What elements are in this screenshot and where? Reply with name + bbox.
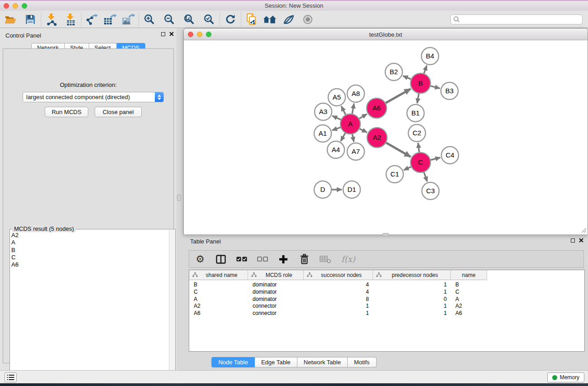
export-table-icon[interactable] (103, 13, 117, 26)
zoom-in-icon[interactable] (143, 13, 156, 26)
save-session-icon[interactable] (24, 13, 37, 26)
table-row[interactable]: A6connector11A6 (189, 310, 584, 317)
edge-C-C4[interactable] (430, 157, 440, 160)
import-network-icon[interactable] (45, 13, 58, 26)
cell-successor-nodes: 8 (304, 296, 373, 303)
resize-grip-icon[interactable] (580, 227, 587, 233)
graph-node-C[interactable]: C (411, 152, 430, 172)
column-header-name[interactable]: name (451, 270, 487, 280)
edge-A-A6[interactable] (359, 114, 367, 119)
delete-column-trash-icon[interactable] (299, 253, 310, 266)
table-row[interactable]: Bdominator41B (189, 281, 584, 289)
close-panel-button[interactable]: Close panel (95, 107, 142, 117)
graph-node-D[interactable]: D (314, 181, 331, 198)
edge-C-C1[interactable] (404, 167, 411, 170)
graph-node-A[interactable]: A (340, 114, 360, 134)
graph-node-C3[interactable]: C3 (422, 182, 439, 200)
open-file-icon[interactable] (4, 13, 17, 26)
export-network-icon[interactable] (85, 13, 99, 26)
select-all-icon[interactable] (236, 253, 247, 266)
network-window-titlebar[interactable]: testGlobe.txt (184, 29, 588, 40)
edge-A-A8[interactable] (352, 104, 354, 114)
edge-A-A7[interactable] (352, 134, 354, 142)
cell-successor-nodes: 1 (304, 310, 373, 317)
graph-node-A5[interactable]: A5 (328, 89, 345, 106)
refresh-icon[interactable] (224, 13, 237, 26)
tab-node-table[interactable]: Node Table (211, 357, 255, 367)
tab-network-table[interactable]: Network Table (297, 357, 348, 367)
edge-A-A3[interactable] (332, 116, 341, 120)
graph-node-C2[interactable]: C2 (408, 124, 425, 142)
graph-node-B[interactable]: B (411, 73, 430, 93)
table-row[interactable]: Adominator80A (189, 296, 584, 303)
edge-B-B2[interactable] (403, 76, 411, 79)
network-canvas[interactable]: A5A8A3A6AA1A4A7A2B2B4BB3B1C2CC4C1C3DD1 (184, 41, 588, 234)
close-panel-icon[interactable] (169, 32, 174, 36)
svg-text:A: A (348, 120, 353, 128)
float-panel-icon[interactable] (161, 32, 165, 36)
graph-node-B2[interactable]: B2 (385, 63, 402, 81)
edge-A2-C[interactable] (386, 143, 411, 157)
cell-shared-name: C (189, 289, 248, 296)
graph-node-A2[interactable]: A2 (367, 128, 387, 148)
vertical-splitter-grip[interactable] (177, 195, 181, 201)
svg-text:A4: A4 (332, 146, 340, 153)
edge-B-B1[interactable] (417, 94, 419, 104)
float-table-panel-icon[interactable] (571, 238, 575, 243)
edge-C-C2[interactable] (418, 143, 420, 152)
import-table-icon[interactable] (64, 13, 77, 26)
edge-A-A5[interactable] (341, 106, 346, 115)
cell-shared-name: A2 (189, 303, 248, 310)
optimization-dropdown[interactable]: largest connected component (directed) (23, 92, 164, 102)
cell-name: A (451, 296, 487, 303)
graph-node-A1[interactable]: A1 (314, 125, 331, 142)
graph-node-B3[interactable]: B3 (441, 82, 458, 100)
clone-network-icon[interactable] (245, 13, 258, 26)
add-column-icon[interactable] (278, 253, 289, 266)
edge-A-A4[interactable] (341, 133, 345, 141)
cell-MCDS-role: connector (248, 303, 304, 310)
column-header-shared-name[interactable]: shared name (189, 270, 248, 280)
graph-node-B1[interactable]: B1 (407, 105, 424, 122)
column-header-predecessor-nodes[interactable]: predecessor nodes (373, 270, 451, 280)
memory-button[interactable]: Memory (547, 372, 584, 382)
task-history-button[interactable] (5, 372, 17, 382)
edge-A-A2[interactable] (360, 129, 367, 132)
table-settings-gear-icon[interactable]: ⚙ (195, 253, 206, 266)
tab-motifs[interactable]: Motifs (348, 357, 377, 367)
graph-node-A4[interactable]: A4 (327, 141, 344, 158)
column-selector-icon[interactable] (215, 253, 226, 266)
graph-node-A7[interactable]: A7 (347, 143, 364, 160)
graph-node-A8[interactable]: A8 (347, 85, 364, 102)
graph-node-D1[interactable]: D1 (343, 181, 360, 198)
zoom-selected-icon[interactable] (202, 13, 216, 26)
graph-node-A3[interactable]: A3 (315, 103, 332, 120)
delete-table-icon[interactable] (320, 253, 331, 266)
graph-node-C4[interactable]: C4 (441, 147, 459, 164)
table-row[interactable]: A2connector11A2 (189, 303, 584, 310)
zoom-out-icon[interactable] (163, 13, 176, 26)
search-input[interactable] (460, 15, 582, 24)
deselect-all-icon[interactable] (257, 253, 268, 266)
home-layout-icon[interactable] (263, 13, 277, 26)
column-header-MCDS-role[interactable]: MCDS role (248, 270, 304, 280)
zoom-fit-icon[interactable] (182, 13, 196, 26)
export-image-icon[interactable] (121, 13, 135, 26)
edge-C-C3[interactable] (424, 172, 427, 182)
close-table-panel-icon[interactable] (579, 238, 583, 243)
graph-node-C1[interactable]: C1 (386, 166, 403, 183)
graph-node-A6[interactable]: A6 (367, 98, 387, 118)
edge-A-A1[interactable] (332, 127, 340, 130)
graph-node-B4[interactable]: B4 (421, 48, 439, 65)
edge-A6-B[interactable] (386, 89, 411, 103)
edge-B-B3[interactable] (430, 86, 440, 88)
table-tabs: Node TableEdge TableNetwork TableMotifs (0, 357, 588, 367)
svg-text:B1: B1 (411, 109, 420, 117)
show-hide-graphics-icon[interactable] (301, 13, 315, 26)
run-mcds-button[interactable]: Run MCDS (45, 107, 88, 117)
table-row[interactable]: Cdominator41C (189, 289, 584, 296)
tab-edge-table[interactable]: Edge Table (255, 357, 297, 367)
edge-B-B4[interactable] (424, 66, 427, 74)
show-hide-style-icon[interactable] (282, 13, 296, 26)
column-header-successor-nodes[interactable]: successor nodes (304, 270, 373, 280)
